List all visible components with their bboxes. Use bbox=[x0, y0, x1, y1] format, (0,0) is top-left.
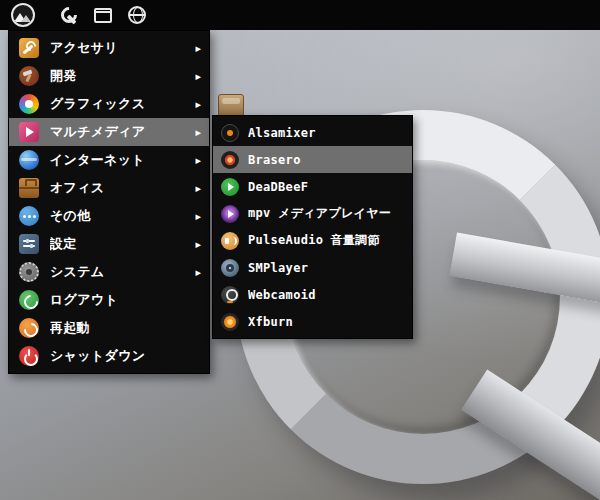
submenu-item-alsamixer[interactable]: Alsamixer bbox=[213, 119, 412, 146]
menu-item-restart[interactable]: 再起動 bbox=[9, 314, 209, 342]
development-icon bbox=[19, 66, 39, 86]
submenu-item-label: Xfburn bbox=[248, 315, 404, 329]
restart-icon bbox=[19, 318, 39, 338]
desktop: アクセサリ ▸ 開発 ▸ グラフィックス ▸ マルチメディア ▸ インターネット… bbox=[0, 0, 600, 500]
submenu-item-smplayer[interactable]: SMPlayer bbox=[213, 254, 412, 281]
smplayer-icon bbox=[221, 259, 239, 277]
logout-icon bbox=[19, 290, 39, 310]
menu-item-label: ログアウト bbox=[50, 291, 201, 309]
office-icon bbox=[19, 178, 39, 198]
submenu-arrow-icon: ▸ bbox=[195, 211, 201, 222]
menu-item-office[interactable]: オフィス ▸ bbox=[9, 174, 209, 202]
window-icon bbox=[94, 8, 112, 23]
other-icon bbox=[19, 206, 39, 226]
submenu-item-pulseaudio[interactable]: PulseAudio 音量調節 bbox=[213, 227, 412, 254]
menu-item-development[interactable]: 開発 ▸ bbox=[9, 62, 209, 90]
menu-item-shutdown[interactable]: シャットダウン bbox=[9, 342, 209, 370]
brasero-icon bbox=[221, 151, 239, 169]
alsamixer-icon bbox=[221, 124, 239, 142]
submenu-arrow-icon: ▸ bbox=[195, 43, 201, 54]
top-panel bbox=[0, 0, 600, 30]
mpv-icon bbox=[221, 205, 239, 223]
browser-button[interactable] bbox=[120, 0, 154, 30]
menu-item-system[interactable]: システム ▸ bbox=[9, 258, 209, 286]
submenu-arrow-icon: ▸ bbox=[195, 183, 201, 194]
submenu-item-label: Webcamoid bbox=[248, 288, 404, 302]
menu-item-label: 再起動 bbox=[50, 319, 201, 337]
submenu-item-label: mpv メディアプレイヤー bbox=[248, 205, 404, 222]
menu-item-graphics[interactable]: グラフィックス ▸ bbox=[9, 90, 209, 118]
settings-icon bbox=[19, 234, 39, 254]
submenu-item-label: Brasero bbox=[248, 153, 404, 167]
menu-item-internet[interactable]: インターネット ▸ bbox=[9, 146, 209, 174]
menu-item-label: シャットダウン bbox=[50, 347, 201, 365]
submenu-arrow-icon: ▸ bbox=[195, 99, 201, 110]
submenu-item-mpv[interactable]: mpv メディアプレイヤー bbox=[213, 200, 412, 227]
menu-item-label: グラフィックス bbox=[50, 95, 195, 113]
app-menu-button[interactable] bbox=[6, 0, 40, 30]
menu-item-label: その他 bbox=[50, 207, 195, 225]
applications-menu: アクセサリ ▸ 開発 ▸ グラフィックス ▸ マルチメディア ▸ インターネット… bbox=[8, 30, 210, 374]
file-manager-button[interactable] bbox=[86, 0, 120, 30]
menu-item-label: インターネット bbox=[50, 151, 195, 169]
menu-item-label: 設定 bbox=[50, 235, 195, 253]
distro-logo-icon bbox=[11, 3, 35, 27]
pulseaudio-icon bbox=[221, 232, 239, 250]
menu-item-settings[interactable]: 設定 ▸ bbox=[9, 230, 209, 258]
submenu-item-deadbeef[interactable]: DeaDBeeF bbox=[213, 173, 412, 200]
menu-item-label: マルチメディア bbox=[50, 123, 195, 141]
menu-item-accessories[interactable]: アクセサリ ▸ bbox=[9, 34, 209, 62]
system-icon bbox=[19, 262, 39, 282]
wrench-icon bbox=[59, 5, 79, 25]
menu-item-label: システム bbox=[50, 263, 195, 281]
menu-item-logout[interactable]: ログアウト bbox=[9, 286, 209, 314]
submenu-arrow-icon: ▸ bbox=[195, 155, 201, 166]
accessories-icon bbox=[19, 38, 39, 58]
submenu-arrow-icon: ▸ bbox=[195, 71, 201, 82]
deadbeef-icon bbox=[221, 178, 239, 196]
multimedia-icon bbox=[19, 122, 39, 142]
submenu-item-brasero[interactable]: Brasero bbox=[213, 146, 412, 173]
submenu-item-label: DeaDBeeF bbox=[248, 180, 404, 194]
webcamoid-icon bbox=[221, 286, 239, 304]
submenu-item-webcamoid[interactable]: Webcamoid bbox=[213, 281, 412, 308]
graphics-icon bbox=[19, 94, 39, 114]
submenu-item-xfburn[interactable]: Xfburn bbox=[213, 308, 412, 335]
menu-item-other[interactable]: その他 ▸ bbox=[9, 202, 209, 230]
multimedia-submenu: Alsamixer Brasero DeaDBeeF mpv メディアプレイヤー… bbox=[212, 115, 413, 339]
globe-icon bbox=[128, 6, 146, 24]
submenu-item-label: PulseAudio 音量調節 bbox=[248, 232, 404, 249]
menu-item-label: アクセサリ bbox=[50, 39, 195, 57]
menu-item-label: オフィス bbox=[50, 179, 195, 197]
submenu-arrow-icon: ▸ bbox=[195, 127, 201, 138]
internet-icon bbox=[19, 150, 39, 170]
menu-item-multimedia[interactable]: マルチメディア ▸ bbox=[9, 118, 209, 146]
tools-button[interactable] bbox=[52, 0, 86, 30]
submenu-arrow-icon: ▸ bbox=[195, 267, 201, 278]
submenu-item-label: SMPlayer bbox=[248, 261, 404, 275]
shutdown-icon bbox=[19, 346, 39, 366]
menu-item-label: 開発 bbox=[50, 67, 195, 85]
xfburn-icon bbox=[221, 313, 239, 331]
submenu-item-label: Alsamixer bbox=[248, 126, 404, 140]
submenu-arrow-icon: ▸ bbox=[195, 239, 201, 250]
